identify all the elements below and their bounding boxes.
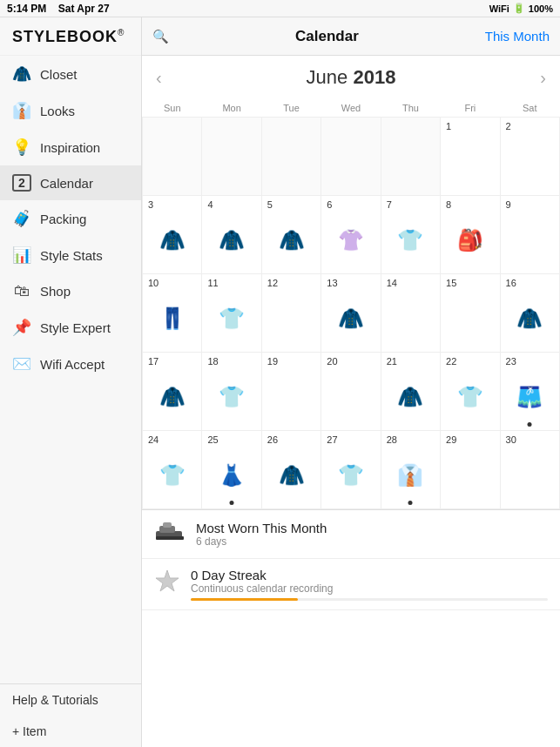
day-outfit: 👕 — [145, 447, 199, 503]
calendar-day-cell[interactable]: 24👕 — [143, 431, 202, 509]
calendar-day-cell[interactable]: 30 — [500, 431, 559, 509]
day-number: 26 — [264, 433, 319, 447]
day-number: 18 — [204, 354, 259, 368]
day-number: 21 — [383, 354, 438, 368]
calendar-day-cell[interactable]: 16🧥 — [500, 274, 559, 353]
inspiration-icon: 💡 — [12, 138, 31, 157]
prev-month-button[interactable]: ‹ — [156, 68, 162, 88]
day-number: 28 — [383, 433, 438, 447]
calendar-day-cell[interactable]: 13🧥 — [321, 274, 381, 353]
day-streak-sub: Continuous calendar recording — [191, 582, 548, 595]
day-number: 27 — [323, 433, 378, 447]
day-number: 24 — [145, 433, 199, 447]
day-outfit: 🧥 — [323, 290, 378, 347]
sidebar-item-shop[interactable]: 🛍Shop — [0, 273, 141, 309]
calendar-day-cell[interactable]: 18👕 — [202, 353, 261, 431]
sidebar-item-looks[interactable]: 👔Looks — [0, 92, 141, 129]
day-number: 3 — [145, 198, 199, 212]
looks-icon: 👔 — [12, 101, 31, 120]
calendar-day-cell[interactable]: 4🧥 — [202, 196, 261, 274]
calendar-day-cell[interactable]: 11👕 — [202, 274, 261, 353]
calendar-day-header: Sat — [500, 99, 559, 118]
calendar-day-cell[interactable]: 20 — [321, 353, 381, 431]
battery-icon: 🔋 — [513, 3, 525, 14]
calendar-day-cell — [321, 118, 381, 196]
calendar-day-cell[interactable]: 29 — [441, 431, 500, 509]
sidebar-item-add-item[interactable]: + Item — [0, 716, 141, 747]
day-dot — [408, 501, 413, 505]
stat-row-day-streak[interactable]: 0 Day StreakContinuous calendar recordin… — [142, 559, 560, 610]
day-number: 17 — [145, 354, 199, 368]
sidebar-bottom: Help & Tutorials+ Item — [0, 683, 141, 747]
sidebar-item-closet[interactable]: 🧥Closet — [0, 56, 141, 92]
calendar-day-cell[interactable]: 3🧥 — [143, 196, 202, 274]
sidebar-item-inspiration[interactable]: 💡Inspiration — [0, 129, 141, 165]
calendar-day-cell[interactable]: 12 — [261, 274, 320, 353]
calendar-day-cell[interactable]: 9 — [500, 196, 559, 274]
calendar-day-cell[interactable]: 7👕 — [381, 196, 440, 274]
search-button[interactable]: 🔍 — [152, 29, 169, 44]
day-outfit: 👗 — [204, 447, 259, 503]
calendar-day-cell[interactable]: 23🩳 — [500, 353, 559, 431]
shop-icon: 🛍 — [12, 282, 31, 300]
calendar-day-cell[interactable]: 10👖 — [143, 274, 202, 353]
day-number: 11 — [204, 276, 259, 290]
sidebar-item-style-expert[interactable]: 📌Style Expert — [0, 309, 141, 346]
calendar-day-cell[interactable]: 14 — [381, 274, 440, 353]
calendar-day-cell[interactable]: 1 — [441, 118, 500, 196]
sidebar-item-label-closet: Closet — [40, 67, 78, 82]
calendar-grid: SunMonTueWedThuFriSat 123🧥4🧥5🧥6👚7👕8🎒910👖… — [142, 99, 560, 509]
day-number: 4 — [204, 198, 259, 212]
day-streak-title: 0 Day Streak — [191, 568, 548, 582]
calendar-day-cell[interactable]: 5🧥 — [261, 196, 320, 274]
next-month-button[interactable]: › — [540, 68, 546, 88]
day-number: 1 — [442, 119, 497, 133]
svg-rect-2 — [163, 522, 172, 528]
calendar-day-cell[interactable]: 28👔 — [381, 431, 440, 509]
calendar-week-row: 10👖11👕1213🧥141516🧥 — [143, 274, 560, 353]
calendar-day-cell[interactable]: 17🧥 — [143, 353, 202, 431]
day-outfit: 🧥 — [503, 290, 557, 347]
app-logo: STYLEBOOK® — [0, 17, 141, 56]
calendar-day-cell[interactable]: 26🧥 — [261, 431, 320, 509]
sidebar-item-wifi-accept[interactable]: ✉️Wifi Accept — [0, 346, 141, 382]
calendar-day-cell[interactable]: 6👚 — [321, 196, 381, 274]
calendar-day-header: Fri — [441, 99, 500, 118]
calendar-day-cell[interactable]: 25👗 — [202, 431, 261, 509]
sidebar-item-help-tutorials[interactable]: Help & Tutorials — [0, 684, 141, 716]
sidebar-item-calendar[interactable]: 2Calendar — [0, 165, 141, 200]
day-number: 19 — [264, 354, 319, 368]
sidebar-bottom-label-add-item: + Item — [12, 724, 46, 738]
sidebar-item-style-stats[interactable]: 📊Style Stats — [0, 237, 141, 273]
sidebar-item-label-inspiration: Inspiration — [40, 140, 100, 155]
sidebar-item-packing[interactable]: 🧳Packing — [0, 200, 141, 237]
calendar-day-cell — [381, 118, 440, 196]
day-streak-icon — [154, 569, 180, 601]
day-number: 14 — [383, 276, 438, 290]
calendar-day-cell[interactable]: 15 — [441, 274, 500, 353]
day-streak-text: 0 Day StreakContinuous calendar recordin… — [191, 568, 548, 601]
most-worn-icon — [154, 519, 186, 549]
day-outfit: 🩳 — [503, 368, 557, 425]
stat-row-most-worn[interactable]: Most Worn This Month6 days — [142, 510, 560, 559]
status-time: 5:14 PM — [7, 3, 46, 15]
calendar-day-cell[interactable]: 19 — [261, 353, 320, 431]
sidebar-item-label-style-expert: Style Expert — [40, 320, 111, 335]
day-outfit: 🧥 — [264, 212, 319, 268]
calendar-day-cell[interactable]: 8🎒 — [441, 196, 500, 274]
calendar-day-cell[interactable]: 27👕 — [321, 431, 381, 509]
day-number: 30 — [503, 433, 557, 447]
this-month-button[interactable]: This Month — [485, 29, 550, 44]
calendar-week-row: 12 — [143, 118, 560, 196]
sidebar-item-label-shop: Shop — [40, 284, 71, 299]
day-number: 8 — [442, 198, 497, 212]
calendar-day-cell[interactable]: 21🧥 — [381, 353, 440, 431]
status-time-date: 5:14 PM Sat Apr 27 — [7, 3, 110, 15]
day-number: 5 — [264, 198, 319, 212]
day-number: 20 — [323, 354, 378, 368]
calendar-day-cell[interactable]: 2 — [500, 118, 559, 196]
calendar-day-cell[interactable]: 22👕 — [441, 353, 500, 431]
day-outfit: 🧥 — [383, 368, 438, 425]
most-worn-title: Most Worn This Month — [196, 521, 548, 535]
day-outfit: 👕 — [442, 368, 497, 425]
